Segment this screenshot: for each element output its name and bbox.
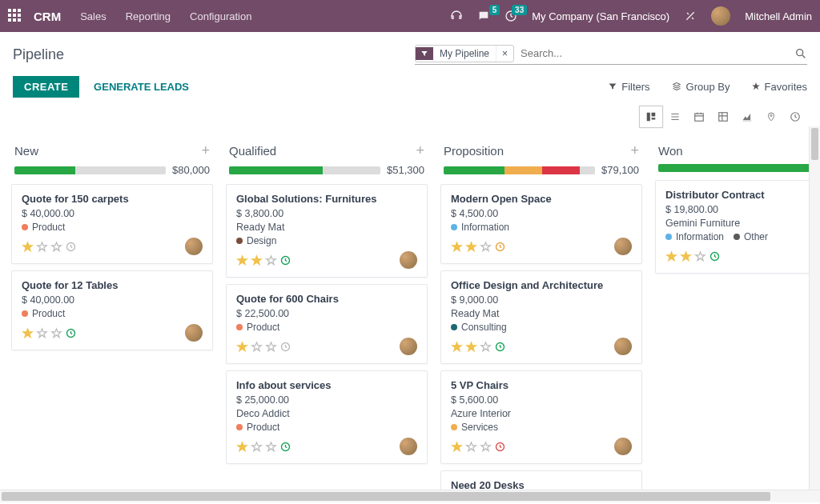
column-title[interactable]: Qualified xyxy=(229,144,276,158)
star-icon[interactable] xyxy=(265,441,277,453)
kanban-card[interactable]: Quote for 150 carpets $ 40,000.00 Produc… xyxy=(11,184,213,264)
progress-bar[interactable] xyxy=(444,166,595,174)
activity-clock-icon[interactable] xyxy=(279,254,291,266)
star-icon[interactable] xyxy=(236,441,248,453)
star-icon[interactable] xyxy=(680,250,692,262)
vertical-scrollbar[interactable] xyxy=(809,126,820,490)
activity-clock-icon[interactable] xyxy=(65,327,77,339)
kanban-card[interactable]: Quote for 12 Tables $ 40,000.00 Product xyxy=(11,270,213,350)
salesperson-avatar[interactable] xyxy=(400,338,417,355)
star-icon[interactable] xyxy=(480,441,492,453)
company-switcher[interactable]: My Company (San Francisco) xyxy=(532,10,669,22)
progress-bar[interactable] xyxy=(229,166,380,174)
card-footer xyxy=(451,238,632,255)
chip-remove[interactable]: × xyxy=(496,46,513,62)
star-icon[interactable] xyxy=(451,341,463,353)
kanban-card[interactable]: Info about services $ 25,000.00 Deco Add… xyxy=(226,370,428,464)
star-icon[interactable] xyxy=(465,441,477,453)
quick-add-icon[interactable]: + xyxy=(630,142,639,159)
generate-leads-button[interactable]: GENERATE LEADS xyxy=(82,76,200,98)
activity-clock-icon[interactable] xyxy=(494,241,506,253)
activity-clock-icon[interactable] xyxy=(279,441,291,453)
kanban-card[interactable]: Quote for 600 Chairs $ 22,500.00 Product xyxy=(226,284,428,364)
salesperson-avatar[interactable] xyxy=(614,238,632,255)
quick-add-icon[interactable]: + xyxy=(416,142,424,159)
column-title[interactable]: Won xyxy=(658,144,683,158)
favorites-menu[interactable]: Favorites xyxy=(751,81,807,93)
nav-configuration[interactable]: Configuration xyxy=(190,10,251,22)
salesperson-avatar[interactable] xyxy=(185,324,203,342)
star-icon[interactable] xyxy=(36,241,48,253)
salesperson-avatar[interactable] xyxy=(400,251,417,269)
kanban-card[interactable]: Need 20 Desks $ 60,000.00 xyxy=(440,470,642,490)
view-calendar[interactable] xyxy=(687,106,711,128)
apps-launcher-icon[interactable] xyxy=(8,9,22,23)
kanban-card[interactable]: 5 VP Chairs $ 5,600.00 Azure Interior Se… xyxy=(440,370,642,464)
star-icon[interactable] xyxy=(36,327,48,339)
star-icon[interactable] xyxy=(22,327,34,339)
star-icon[interactable] xyxy=(251,254,263,266)
user-avatar[interactable] xyxy=(711,6,730,26)
kanban-card[interactable]: Modern Open Space $ 4,500.00 Information xyxy=(440,184,642,264)
star-icon[interactable] xyxy=(251,341,263,353)
salesperson-avatar[interactable] xyxy=(614,438,632,455)
priority-stars xyxy=(236,341,291,353)
column-title[interactable]: New xyxy=(14,144,38,158)
search-icon[interactable] xyxy=(794,47,807,60)
quick-add-icon[interactable]: + xyxy=(201,142,210,159)
activity-clock-icon[interactable] xyxy=(65,241,77,253)
star-icon[interactable] xyxy=(465,241,477,253)
search-bar: My Pipeline × xyxy=(415,44,807,65)
star-icon[interactable] xyxy=(22,241,34,253)
star-icon[interactable] xyxy=(265,254,277,266)
kanban-board[interactable]: New + $80,000 Quote for 150 carpets $ 40… xyxy=(0,134,820,490)
star-icon[interactable] xyxy=(451,241,463,253)
create-button[interactable]: CREATE xyxy=(13,76,79,98)
progress-bar[interactable] xyxy=(658,164,820,172)
salesperson-avatar[interactable] xyxy=(185,238,203,255)
activity-clock-icon[interactable] xyxy=(709,250,721,262)
star-icon[interactable] xyxy=(451,441,463,453)
groupby-menu[interactable]: Group By xyxy=(671,81,730,93)
activity-clock-icon[interactable] xyxy=(494,441,506,453)
kanban-card[interactable]: Global Solutions: Furnitures $ 3,800.00 … xyxy=(226,184,428,278)
chat-icon[interactable]: 5 xyxy=(477,10,490,22)
kanban-card[interactable]: Distributor Contract $ 19,800.00 Gemini … xyxy=(655,180,820,274)
view-graph[interactable] xyxy=(735,106,759,128)
view-kanban[interactable] xyxy=(639,106,663,128)
nav-reporting[interactable]: Reporting xyxy=(126,10,171,22)
filters-menu[interactable]: Filters xyxy=(608,81,649,93)
user-name[interactable]: Mitchell Admin xyxy=(745,10,812,22)
star-icon[interactable] xyxy=(665,250,677,262)
priority-stars xyxy=(451,341,506,353)
column-progress: $51,300 xyxy=(224,164,429,184)
star-icon[interactable] xyxy=(480,341,492,353)
progress-bar[interactable] xyxy=(14,166,166,174)
voip-icon[interactable] xyxy=(450,10,463,22)
star-icon[interactable] xyxy=(465,341,477,353)
salesperson-avatar[interactable] xyxy=(400,438,417,455)
view-list[interactable] xyxy=(663,106,687,128)
view-activity[interactable] xyxy=(783,106,807,128)
star-icon[interactable] xyxy=(265,341,277,353)
activity-icon[interactable]: 33 xyxy=(504,10,517,22)
activity-clock-icon[interactable] xyxy=(279,341,291,353)
kanban-card[interactable]: Office Design and Architecture $ 9,000.0… xyxy=(440,270,642,364)
activity-clock-icon[interactable] xyxy=(494,341,506,353)
salesperson-avatar[interactable] xyxy=(614,338,632,355)
star-icon[interactable] xyxy=(236,254,248,266)
view-pivot[interactable] xyxy=(711,106,735,128)
star-icon[interactable] xyxy=(50,327,62,339)
star-icon[interactable] xyxy=(480,241,492,253)
control-panel: Pipeline My Pipeline × CREATE GENERATE L… xyxy=(0,32,820,128)
search-input[interactable] xyxy=(514,44,794,62)
column-title[interactable]: Proposition xyxy=(444,144,504,158)
horizontal-scrollbar[interactable] xyxy=(0,490,820,502)
star-icon[interactable] xyxy=(694,250,706,262)
settings-icon[interactable] xyxy=(684,10,697,22)
view-map[interactable] xyxy=(759,106,783,128)
star-icon[interactable] xyxy=(251,441,263,453)
star-icon[interactable] xyxy=(236,341,248,353)
nav-sales[interactable]: Sales xyxy=(80,10,107,22)
star-icon[interactable] xyxy=(50,241,62,253)
